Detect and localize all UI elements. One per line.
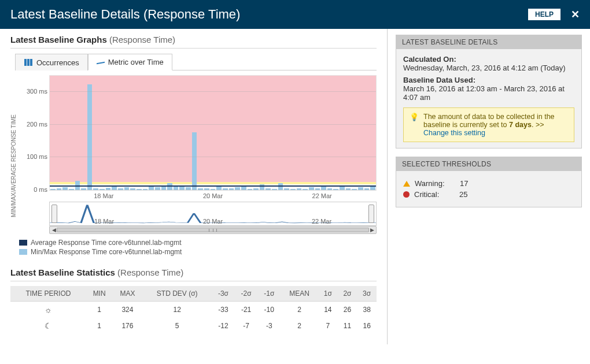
- details-panel-heading: LATEST BASELINE DETAILS: [396, 35, 581, 49]
- line-icon: [97, 59, 105, 66]
- critical-value: 25: [459, 190, 467, 199]
- stats-col-header: -3σ: [212, 286, 235, 302]
- graphs-title-paren: (Response Time): [109, 35, 175, 44]
- stats-cell: 11: [338, 318, 357, 334]
- range-handle-left[interactable]: [51, 205, 57, 223]
- tab-occurrences[interactable]: Occurrences: [15, 54, 88, 70]
- modal-title: Latest Baseline Details (Response Time): [10, 7, 240, 22]
- stats-col-header: TIME PERIOD: [10, 286, 86, 302]
- stats-cell: 2: [281, 302, 318, 318]
- warning-icon: [403, 181, 410, 187]
- stats-col-header: -1σ: [257, 286, 281, 302]
- stats-col-header: -2σ: [235, 286, 258, 302]
- baseline-tip-box: 💡 The amount of data to be collected in …: [403, 107, 574, 142]
- stats-title-bold: Latest Baseline Statistics: [10, 268, 115, 277]
- legend-average: Average Response Time core-v6tunnel.lab-…: [31, 239, 182, 247]
- change-setting-link[interactable]: Change this setting: [423, 129, 485, 137]
- stats-col-header: MAX: [113, 286, 143, 302]
- table-row: ☼132412-33-21-102142638: [10, 302, 377, 318]
- stats-cell: -10: [257, 302, 281, 318]
- stats-col-header: MIN: [86, 286, 113, 302]
- stats-cell: 7: [318, 318, 338, 334]
- thresholds-panel: SELECTED THRESHOLDS Warning: 17 Critical…: [396, 157, 582, 207]
- tab-metric-over-time-label: Metric over Time: [108, 58, 164, 66]
- graphs-section-title: Latest Baseline Graphs (Response Time): [10, 35, 377, 44]
- graphs-title-bold: Latest Baseline Graphs: [10, 35, 107, 44]
- stats-cell: -3: [257, 318, 281, 334]
- table-row: ☾11765-12-7-3271116: [10, 318, 377, 334]
- baseline-data-used-value: March 16, 2016 at 12:03 am - March 23, 2…: [403, 84, 574, 102]
- graph-tabs: Occurrences Metric over Time: [15, 53, 377, 70]
- stats-title-paren: (Response Time): [117, 268, 183, 277]
- legend-minmax: Min/Max Response Time core-v6tunnel.lab-…: [31, 248, 182, 256]
- stats-col-header: 3σ: [357, 286, 377, 302]
- stats-cell: -21: [235, 302, 258, 318]
- chart-average-line: [50, 185, 376, 187]
- scroll-left-icon[interactable]: ◀: [51, 227, 57, 233]
- critical-label: Critical:: [414, 190, 455, 199]
- chart-xaxis: 18 Mar20 Mar22 Mar: [49, 191, 377, 199]
- mini-chart-xaxis: 18 Mar20 Mar22 Mar: [50, 218, 376, 225]
- moon-icon: ☾: [10, 318, 86, 334]
- mini-chart[interactable]: 18 Mar20 Mar22 Mar: [49, 202, 377, 226]
- stats-cell: -12: [212, 318, 235, 334]
- mini-chart-scrollbar[interactable]: ◀ ▶: [49, 226, 377, 234]
- tab-metric-over-time[interactable]: Metric over Time: [88, 54, 172, 70]
- stats-col-header: STD DEV (σ): [142, 286, 212, 302]
- stats-cell: 324: [113, 302, 143, 318]
- stats-cell: 5: [142, 318, 212, 334]
- legend-swatch-average: [19, 240, 27, 246]
- chart-ylabel: MIN/MAX/AVERAGE RESPONSE TIME: [10, 75, 17, 257]
- sun-icon: ☼: [10, 302, 86, 318]
- stats-section-title: Latest Baseline Statistics (Response Tim…: [10, 268, 377, 277]
- stats-cell: 2: [281, 318, 318, 334]
- modal-header: Latest Baseline Details (Response Time) …: [0, 0, 590, 29]
- bars-icon: [24, 59, 32, 66]
- stats-cell: 12: [142, 302, 212, 318]
- critical-icon: [403, 191, 410, 198]
- warning-value: 17: [460, 179, 468, 188]
- chart-bars: [50, 76, 376, 190]
- tab-occurrences-label: Occurrences: [36, 58, 79, 67]
- stats-cell: 1: [86, 318, 113, 334]
- scroll-right-icon[interactable]: ▶: [369, 227, 375, 233]
- lightbulb-icon: 💡: [410, 113, 419, 137]
- chart-bar: [87, 84, 93, 190]
- chart-bar: [192, 132, 197, 190]
- stats-cell: 14: [318, 302, 338, 318]
- stats-cell: 38: [357, 302, 377, 318]
- stats-cell: 176: [113, 318, 143, 334]
- scroll-thumb[interactable]: [57, 228, 369, 232]
- legend-swatch-minmax: [19, 249, 27, 255]
- baseline-data-used-label: Baseline Data Used:: [403, 76, 574, 84]
- stats-cell: -33: [212, 302, 235, 318]
- stats-cell: 16: [357, 318, 377, 334]
- range-handle-right[interactable]: [368, 205, 374, 223]
- stats-cell: 1: [86, 302, 113, 318]
- tip-link-prefix: >>: [536, 121, 544, 129]
- stats-header-row: TIME PERIODMINMAXSTD DEV (σ)-3σ-2σ-1σMEA…: [10, 286, 377, 302]
- stats-cell: 26: [338, 302, 357, 318]
- chart-plot: 0 ms100 ms200 ms300 ms: [49, 75, 377, 191]
- tip-text-bold: 7 days: [509, 121, 532, 129]
- stats-table: TIME PERIODMINMAXSTD DEV (σ)-3σ-2σ-1σMEA…: [10, 286, 377, 334]
- stats-col-header: 1σ: [318, 286, 338, 302]
- stats-col-header: MEAN: [281, 286, 318, 302]
- details-panel: LATEST BASELINE DETAILS Calculated On: W…: [396, 35, 582, 148]
- warning-label: Warning:: [415, 179, 455, 188]
- chart-legend: Average Response Time core-v6tunnel.lab-…: [19, 239, 377, 256]
- close-icon[interactable]: ✕: [571, 8, 580, 21]
- stats-col-header: 2σ: [338, 286, 357, 302]
- stats-cell: -7: [235, 318, 258, 334]
- tip-text-post: .: [532, 121, 536, 129]
- help-button[interactable]: HELP: [528, 9, 560, 20]
- calculated-on-value: Wednesday, March, 23, 2016 at 4:12 am (T…: [403, 64, 574, 72]
- calculated-on-label: Calculated On:: [403, 55, 574, 64]
- thresholds-panel-heading: SELECTED THRESHOLDS: [396, 157, 581, 171]
